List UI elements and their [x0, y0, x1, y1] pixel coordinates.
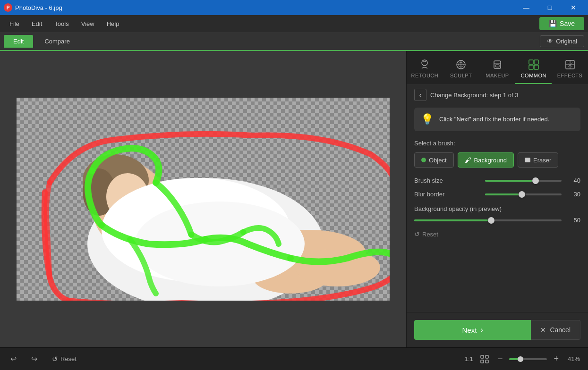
menu-items: File Edit Tools View Help	[4, 18, 125, 29]
eraser-brush-button[interactable]: Eraser	[518, 152, 558, 168]
blur-border-value: 30	[566, 191, 580, 198]
blur-border-thumb[interactable]	[519, 191, 525, 198]
minimize-button[interactable]: —	[515, 0, 537, 15]
next-arrow-icon: ›	[480, 326, 483, 334]
svg-rect-26	[534, 65, 538, 69]
bg-opacity-thumb[interactable]	[488, 217, 494, 224]
cancel-x-icon: ✕	[540, 326, 546, 334]
object-brush-button[interactable]: Object	[414, 152, 454, 168]
common-icon	[527, 58, 540, 71]
cancel-label: Cancel	[550, 326, 571, 334]
app-logo: P	[4, 3, 12, 12]
brush-size-row: Brush size 40	[414, 177, 580, 184]
tab-effects-label: EFFECTS	[557, 73, 583, 78]
bottom-buttons: Next › ✕ Cancel	[407, 312, 588, 347]
brush-size-thumb[interactable]	[532, 177, 539, 184]
zoom-percent: 41%	[565, 355, 582, 362]
effects-icon	[563, 58, 577, 71]
svg-rect-31	[486, 355, 488, 358]
svg-rect-32	[481, 360, 484, 363]
cancel-area[interactable]: ✕ Cancel	[531, 320, 580, 340]
bg-opacity-track[interactable]	[414, 219, 562, 221]
hint-text: Click "Next" and fix the border if neede…	[439, 115, 549, 124]
titlebar-left: P PhotoDiva - 6.jpg	[4, 3, 62, 12]
undo-button[interactable]: ↩	[6, 352, 21, 367]
tab-common-label: COMMON	[521, 73, 546, 78]
statusbar: ↩ ↪ ↺ Reset 1:1 − + 41%	[0, 347, 588, 370]
zoom-slider-track[interactable]	[509, 358, 547, 360]
svg-rect-30	[481, 355, 484, 358]
status-reset-button[interactable]: ↺ Reset	[47, 353, 81, 365]
bg-opacity-row: 50	[414, 217, 580, 224]
brush-size-fill	[485, 180, 532, 182]
right-panel: RETOUCH SCULPT MAKEUP	[406, 51, 588, 347]
tab-retouch-label: RETOUCH	[411, 73, 439, 78]
maximize-button[interactable]: □	[539, 0, 561, 15]
menubar: File Edit Tools View Help 💾 Save	[0, 15, 588, 32]
tab-effects[interactable]: EFFECTS	[552, 51, 588, 84]
step-label: Change Background: step 1 of 3	[430, 92, 518, 99]
save-button[interactable]: 💾 Save	[539, 17, 584, 30]
status-reset-icon: ↺	[52, 355, 58, 363]
blur-border-label: Blur border	[414, 191, 480, 198]
select-brush-label: Select a brush:	[414, 140, 580, 147]
svg-rect-25	[529, 65, 533, 69]
save-label: Save	[560, 20, 575, 27]
background-brush-button[interactable]: 🖌 Background	[458, 152, 514, 168]
makeup-icon	[491, 58, 504, 71]
tab-sculpt[interactable]: SCULPT	[443, 51, 479, 84]
original-label: Original	[556, 38, 577, 45]
next-label: Next	[462, 326, 477, 334]
tab-makeup[interactable]: MAKEUP	[479, 51, 516, 84]
zoom-minus-button[interactable]: −	[496, 354, 505, 364]
eraser-shape	[525, 158, 530, 162]
toolbar: Edit Compare 👁 Original	[0, 32, 588, 51]
status-reset-label: Reset	[60, 355, 77, 362]
brush-row: Object 🖌 Background Eraser	[414, 152, 580, 168]
reset-label: Reset	[422, 231, 438, 238]
tab-icons: RETOUCH SCULPT MAKEUP	[407, 51, 588, 84]
brush-icon: 🖌	[465, 156, 471, 164]
eraser-brush-label: Eraser	[533, 157, 551, 164]
tab-common[interactable]: COMMON	[515, 51, 552, 84]
svg-rect-24	[534, 60, 538, 64]
fit-icon	[480, 355, 489, 363]
redo-button[interactable]: ↪	[26, 352, 42, 367]
canvas-area[interactable]	[0, 51, 406, 347]
svg-rect-22	[495, 65, 499, 67]
tab-edit[interactable]: Edit	[4, 35, 33, 48]
reset-link[interactable]: ↺ Reset	[414, 230, 580, 238]
save-icon: 💾	[549, 20, 557, 27]
menu-tools[interactable]: Tools	[49, 18, 74, 29]
canvas-svg[interactable]	[17, 98, 390, 301]
zoom-slider-thumb[interactable]	[518, 356, 523, 362]
menu-file[interactable]: File	[4, 18, 25, 29]
reset-icon: ↺	[414, 230, 420, 238]
ratio-button[interactable]: 1:1	[465, 355, 473, 362]
next-button[interactable]: Next ›	[414, 320, 531, 340]
svg-point-15	[422, 60, 427, 66]
brush-size-label: Brush size	[414, 177, 480, 184]
menu-view[interactable]: View	[76, 18, 100, 29]
brush-size-value: 40	[566, 177, 580, 184]
zoom-plus-button[interactable]: +	[552, 354, 561, 364]
tab-makeup-label: MAKEUP	[486, 73, 509, 78]
svg-rect-23	[529, 60, 533, 64]
tab-compare[interactable]: Compare	[35, 35, 79, 48]
panel-content: ‹ Change Background: step 1 of 3 💡 Click…	[407, 84, 588, 312]
brush-size-track[interactable]	[485, 180, 562, 182]
canvas-container	[17, 98, 390, 301]
fit-button[interactable]	[478, 353, 491, 366]
zoom-area: 1:1 − + 41%	[465, 353, 582, 366]
eye-icon: 👁	[547, 38, 553, 45]
blur-border-track[interactable]	[485, 193, 562, 195]
back-button[interactable]: ‹	[414, 89, 426, 101]
bg-opacity-label-row: Background opacity (in preview)	[414, 204, 580, 213]
tab-retouch[interactable]: RETOUCH	[407, 51, 443, 84]
menu-edit[interactable]: Edit	[26, 18, 48, 29]
original-button[interactable]: 👁 Original	[540, 35, 584, 47]
menu-help[interactable]: Help	[101, 18, 125, 29]
close-button[interactable]: ✕	[562, 0, 584, 15]
sculpt-icon	[454, 58, 468, 71]
app-title: PhotoDiva - 6.jpg	[15, 4, 62, 11]
